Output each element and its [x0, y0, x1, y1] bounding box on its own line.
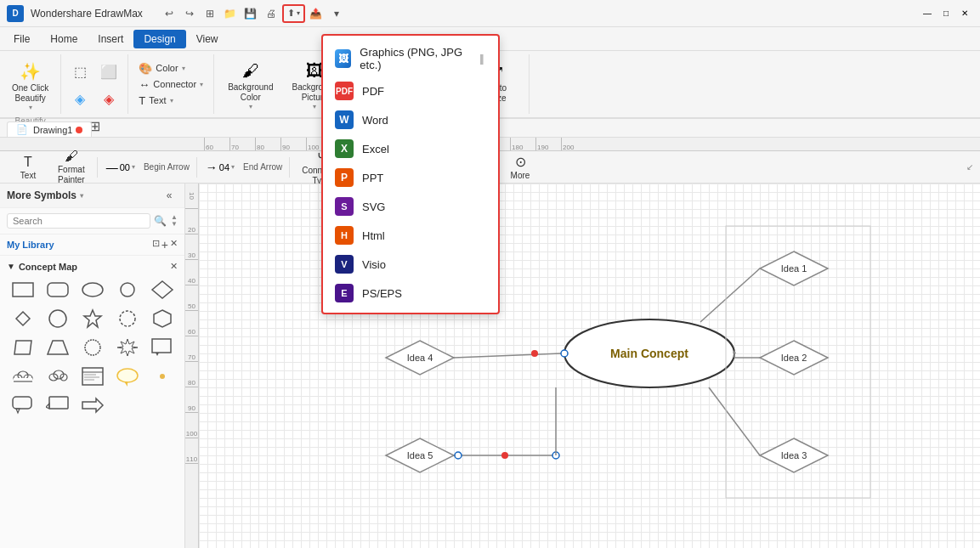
shape-starburst[interactable] — [111, 306, 143, 331]
export-excel[interactable]: X Excel — [323, 134, 498, 163]
tab-modified-indicator — [76, 127, 82, 133]
share-button[interactable]: 📤 — [307, 4, 326, 23]
panel-title-caret[interactable]: ▾ — [80, 192, 83, 200]
shape-speech-rect[interactable] — [42, 393, 73, 418]
menu-design[interactable]: Design — [133, 30, 185, 48]
shape-starburst2[interactable] — [76, 335, 108, 360]
beautify-icon: ✨ — [20, 61, 41, 82]
shape-callout-rect[interactable] — [146, 335, 178, 360]
layout-btn-2[interactable]: ⬜ — [95, 58, 122, 85]
color-connector-text-group: 🎨 Color ▾ ↔ Connector ▾ T Text ▾ — [128, 54, 214, 114]
pdf-icon: PDF — [335, 82, 354, 100]
svg-marker-13 — [117, 339, 138, 356]
library-add-icon[interactable]: + — [161, 238, 168, 251]
shape-oval[interactable] — [111, 277, 143, 302]
svg-marker-4 — [152, 281, 173, 298]
maximize-button[interactable]: □ — [938, 5, 955, 22]
export-ppt-label: PPT — [362, 172, 383, 184]
ruler-v-tick-10: 10 — [185, 184, 198, 209]
svg-point-3 — [121, 283, 134, 297]
layout-btn-3[interactable]: ◈ — [66, 85, 93, 112]
layout-btn-4[interactable]: ◈ — [95, 85, 122, 112]
panel-collapse-icon[interactable]: « — [161, 187, 178, 204]
shape-hexagon[interactable] — [146, 306, 178, 331]
menu-file[interactable]: File — [3, 30, 40, 48]
format-painter-button[interactable]: 🖌 FormatPainter — [49, 147, 93, 187]
library-close-icon[interactable]: ✕ — [170, 238, 178, 251]
more-button[interactable]: ⊙ More — [499, 152, 541, 182]
concept-map-header[interactable]: ▼ Concept Map ✕ — [3, 259, 181, 274]
shape-circle[interactable] — [42, 306, 73, 331]
color-label: Color — [156, 63, 178, 73]
export-button[interactable]: ⬆ ▾ — [282, 4, 305, 23]
menu-insert[interactable]: Insert — [88, 30, 133, 48]
menu-home[interactable]: Home — [40, 30, 88, 48]
scroll-down-icon[interactable]: ▼ — [171, 221, 178, 228]
collapse-button[interactable]: ↙ — [966, 162, 973, 172]
shape-ellipse[interactable] — [76, 277, 108, 302]
export-html[interactable]: H Html — [323, 221, 498, 250]
export-pseps[interactable]: E PS/EPS — [323, 279, 498, 308]
text-tool-button[interactable]: T Text — [7, 153, 49, 182]
tab-name: Drawing1 — [33, 125, 72, 135]
new-button[interactable]: ⊞ — [201, 4, 219, 23]
shape-diamond-small[interactable] — [7, 306, 38, 331]
shape-chat-bubble[interactable] — [111, 364, 143, 389]
shape-rect-rounded[interactable] — [42, 277, 73, 302]
shape-diamond[interactable] — [146, 277, 178, 302]
begin-arrow-dropdown[interactable]: — 00 ▾ — [101, 159, 140, 176]
panel-title: More Symbols ▾ — [7, 189, 83, 201]
shape-rect[interactable] — [7, 277, 38, 302]
svg-rect-19 — [14, 378, 32, 383]
export-word[interactable]: W Word — [323, 105, 498, 134]
svg-marker-36 — [82, 398, 103, 412]
svg-point-53 — [501, 452, 508, 459]
export-svg[interactable]: S SVG — [323, 192, 498, 221]
redo-button[interactable]: ↪ — [180, 4, 199, 23]
connector-button[interactable]: ↔ Connector ▾ — [135, 76, 207, 93]
layout-btn-1[interactable]: ⬚ — [66, 58, 93, 85]
end-arrow-dropdown[interactable]: → 04 ▾ — [201, 159, 240, 176]
scroll-indicator: ▌ — [480, 54, 486, 64]
shape-trapezoid[interactable] — [42, 335, 73, 360]
bg-color-button[interactable]: 🖌 BackgroundColor ▾ — [219, 58, 281, 114]
color-button[interactable]: 🎨 Color ▾ — [135, 60, 207, 76]
minimize-button[interactable]: — — [919, 5, 936, 22]
shape-starburst3[interactable] — [111, 335, 143, 360]
quick-access-bar: ↩ ↪ ⊞ 📁 💾 🖨 ⬆ ▾ 📤 ▾ — [156, 4, 346, 23]
shape-speech-bubble[interactable] — [7, 393, 38, 418]
shape-dot[interactable] — [146, 364, 178, 389]
canvas-area[interactable]: Main Concept Idea 1 Idea 2 Idea 3 Idea 4… — [199, 184, 980, 548]
shape-card[interactable] — [76, 364, 108, 389]
shape-cloud2[interactable] — [42, 364, 73, 389]
export-graphics-label: Graphics (PNG, JPG etc.) — [360, 46, 472, 71]
shape-cloud[interactable] — [7, 364, 38, 389]
pseps-icon: E — [335, 284, 354, 302]
idea5-label: Idea 5 — [407, 450, 433, 460]
my-library-header[interactable]: My Library ⊡ + ✕ — [7, 238, 178, 251]
more-button[interactable]: ▾ — [327, 4, 346, 23]
shape-arrow[interactable] — [76, 393, 108, 418]
undo-button[interactable]: ↩ — [160, 4, 178, 23]
open-button[interactable]: 📁 — [221, 4, 240, 23]
search-input[interactable] — [7, 213, 150, 229]
text-button[interactable]: T Text ▾ — [135, 93, 207, 109]
title-bar: D Wondershare EdrawMax ↩ ↪ ⊞ 📁 💾 🖨 ⬆ ▾ 📤… — [0, 0, 980, 27]
save-button[interactable]: 💾 — [241, 4, 260, 23]
drawing-tab[interactable]: 📄 Drawing1 — [7, 121, 92, 137]
export-visio[interactable]: V Visio — [323, 250, 498, 279]
close-button[interactable]: ✕ — [956, 5, 973, 22]
shape-parallelogram[interactable] — [7, 335, 38, 360]
shape-star[interactable] — [76, 306, 108, 331]
menu-view[interactable]: View — [186, 30, 229, 48]
search-button[interactable]: 🔍 — [150, 212, 169, 230]
export-graphics[interactable]: 🖼 Graphics (PNG, JPG etc.) ▌ — [323, 41, 498, 76]
export-pdf[interactable]: PDF PDF — [323, 76, 498, 105]
diagram-svg: Main Concept Idea 1 Idea 2 Idea 3 Idea 4… — [199, 184, 980, 548]
print-button[interactable]: 🖨 — [262, 4, 280, 23]
concept-close-icon[interactable]: ✕ — [170, 261, 178, 272]
text-tool-label: Text — [20, 171, 36, 180]
library-export-icon[interactable]: ⊡ — [152, 238, 160, 251]
one-click-beautify-button[interactable]: ✨ One ClickBeautify ▾ — [7, 58, 54, 115]
export-ppt[interactable]: P PPT — [323, 163, 498, 192]
